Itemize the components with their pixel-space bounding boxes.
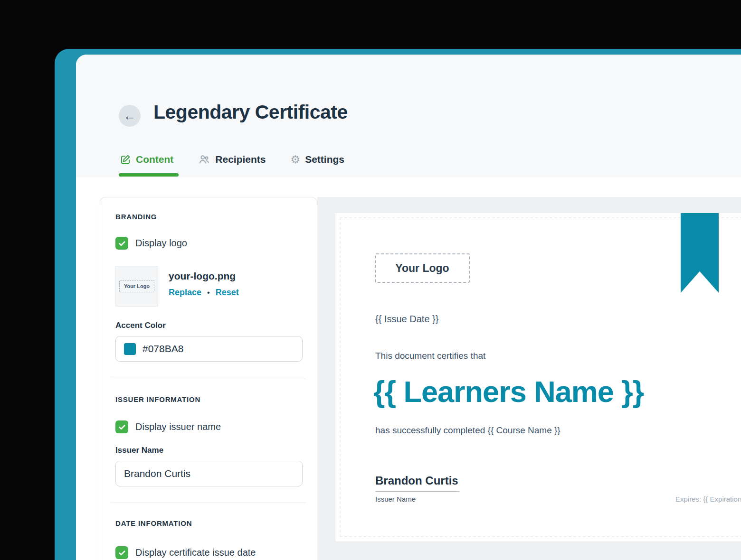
tab-settings-label: Settings [305,154,344,165]
certificate-expires-text: Expires: {{ Expiration Date }} [675,495,741,503]
issuer-name-input-box [115,461,303,486]
header: ← Legendary Certificate Content [76,55,741,177]
tab-recipients-label: Recipients [215,154,266,165]
active-tab-underline [119,173,179,177]
check-icon [118,423,126,431]
tab-settings[interactable]: ⚙ Settings [291,154,344,165]
logo-filename: your-logo.png [169,271,239,282]
logo-meta: your-logo.png Replace • Reset [169,266,239,307]
arrow-left-icon: ← [124,110,136,122]
logo-thumbnail: Your Logo [115,266,158,307]
accent-color-value-field[interactable] [142,343,294,355]
page-title: Legendary Certificate [153,101,348,123]
date-section-heading: DATE INFORMATION [115,519,302,527]
certificate-signature-name: Brandon Curtis [375,474,459,492]
issuer-section-heading: ISSUER INFORMATION [115,395,302,403]
certificate-logo-text: Your Logo [395,262,449,275]
branding-section-heading: BRANDING [115,213,302,221]
check-icon [118,549,126,557]
users-icon [198,153,210,166]
app-window-frame: ← Legendary Certificate Content [55,49,741,560]
display-logo-checkbox[interactable] [115,237,128,250]
accent-color-swatch [124,343,136,355]
logo-thumbnail-placeholder: Your Logo [119,280,154,292]
display-issue-date-row: Display certificate issue date [115,546,302,559]
ribbon-bookmark-icon [681,213,719,293]
certificate-preview-pane: Your Logo {{ Issue Date }} This document… [317,197,741,560]
certificate-issuer-label: Issuer Name [375,495,416,503]
certificate-issue-date-token: {{ Issue Date }} [375,314,438,325]
back-button[interactable]: ← [119,105,141,127]
display-issuer-row: Display issuer name [115,420,302,433]
dot-separator: • [207,289,210,297]
section-divider [111,379,306,379]
display-issuer-label: Display issuer name [135,421,221,432]
display-issuer-checkbox[interactable] [115,420,128,433]
tab-recipients[interactable]: Recipients [198,153,266,166]
display-issue-date-checkbox[interactable] [115,546,128,559]
display-issue-date-label: Display certificate issue date [135,547,256,558]
certificate-certifies-text: This document certifies that [375,351,485,361]
tab-content[interactable]: Content [120,154,173,165]
edit-icon [120,154,131,165]
display-logo-row: Display logo [115,237,302,250]
certificate-completed-text: has successfully completed {{ Course Nam… [375,425,560,436]
certificate-learner-name-token: {{ Learners Name }} [373,374,644,409]
app-window: ← Legendary Certificate Content [76,55,741,560]
issuer-name-field[interactable] [124,468,294,479]
display-logo-label: Display logo [135,238,187,249]
issuer-name-label: Issuer Name [115,446,302,455]
screen: ← Legendary Certificate Content [0,0,741,560]
replace-logo-link[interactable]: Replace [169,288,201,298]
logo-links: Replace • Reset [169,288,239,298]
branding-sidebar: BRANDING Display logo Your Logo your-log… [100,197,317,560]
logo-upload-row: Your Logo your-logo.png Replace • Reset [115,266,302,307]
certificate-card: Your Logo {{ Issue Date }} This document… [335,213,741,542]
tab-bar: Content Recipients [120,153,344,166]
check-icon [118,239,126,248]
certificate-logo-placeholder: Your Logo [375,253,470,283]
accent-color-label: Accent Color [115,321,302,330]
accent-color-input[interactable] [115,336,303,362]
gear-icon: ⚙ [291,154,301,165]
reset-logo-link[interactable]: Reset [216,288,239,298]
section-divider [111,503,306,503]
tab-content-label: Content [136,154,173,165]
